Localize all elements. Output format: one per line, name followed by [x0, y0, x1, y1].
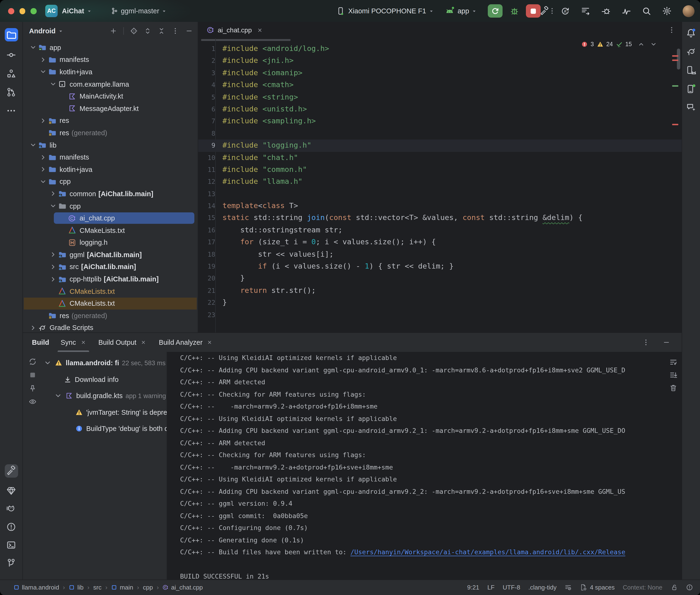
project-tree-item[interactable]: res(generated)	[23, 127, 198, 139]
project-tree-item[interactable]: cpp-httplib[AiChat.lib.main]	[23, 273, 198, 285]
pull-requests-tool-button[interactable]	[6, 87, 16, 97]
project-tree-item[interactable]: CMakeLists.txt	[23, 224, 198, 236]
code-line[interactable]: 16 std::ostringstream str;	[198, 224, 681, 236]
problems-tool-button[interactable]	[6, 522, 16, 532]
caret-position[interactable]: 9:21	[467, 584, 479, 591]
code-line[interactable]: 12#include "llama.h"	[198, 176, 681, 188]
file-encoding[interactable]: UTF-8	[503, 584, 521, 591]
chevron-down-icon[interactable]	[50, 81, 57, 88]
build-tree-item[interactable]: BuildType 'debug' is both de	[42, 421, 167, 437]
close-tab-icon[interactable]	[207, 340, 213, 345]
code-line[interactable]: 17 for (size_t i = 0; i < values.size();…	[198, 236, 681, 249]
build-tool-button[interactable]	[4, 464, 18, 477]
editor-options-button[interactable]	[668, 26, 675, 34]
indent-config[interactable]: 4 spaces	[580, 584, 615, 591]
project-tree-item[interactable]: src[AiChat.lib.main]	[23, 261, 198, 273]
gradle-tool-button[interactable]	[686, 47, 696, 57]
tab-sync[interactable]: Sync	[55, 333, 92, 352]
project-tree-item[interactable]: res	[23, 115, 198, 127]
close-tab-icon[interactable]	[80, 340, 86, 345]
run-configuration-selector[interactable]: app	[457, 7, 469, 15]
structure-tool-button[interactable]	[6, 68, 16, 79]
stop-button[interactable]	[526, 4, 541, 18]
chevron-right-icon[interactable]	[50, 276, 57, 283]
problems-status-icon[interactable]	[686, 584, 693, 591]
search-everywhere-button[interactable]	[642, 6, 651, 16]
code-line[interactable]: 19 if (i < values.size() - 1) { str << d…	[198, 260, 681, 273]
code-line[interactable]: 8	[198, 128, 681, 140]
project-tool-button[interactable]	[4, 28, 18, 41]
project-tree-item[interactable]: CMakeLists.txt	[23, 298, 198, 310]
select-opened-file-button[interactable]	[130, 27, 138, 35]
minimize-window-button[interactable]	[19, 8, 25, 14]
build-output-path-link[interactable]: /Users/hanyin/Workspace/ai-chat/examples…	[351, 548, 625, 556]
project-tree-item[interactable]: kotlin+java	[23, 66, 198, 78]
code-line[interactable]: 4#include <cmath>	[198, 79, 681, 91]
code-line[interactable]: 7#include <sampling.h>	[198, 115, 681, 128]
code-area[interactable]: 3 24 15 1#include <andro	[198, 38, 681, 332]
project-tree-item[interactable]: Cai_chat.cpp	[23, 212, 198, 224]
panel-options-button[interactable]	[171, 27, 179, 35]
project-tree-item[interactable]: MainActivity.kt	[23, 90, 198, 103]
breadcrumb-item[interactable]: src	[93, 584, 102, 591]
chevron-down-icon[interactable]	[39, 68, 47, 76]
version-control-tool-button[interactable]	[6, 558, 16, 568]
chevron-right-icon[interactable]	[50, 263, 57, 271]
lock-icon[interactable]	[670, 584, 678, 591]
project-view-selector[interactable]: Android	[29, 27, 56, 35]
project-tree-item[interactable]: logging.h	[23, 236, 198, 249]
code-line[interactable]: 23	[198, 309, 681, 321]
formatter-status-icon[interactable]	[565, 584, 572, 591]
breadcrumb-item[interactable]: Cai_chat.cpp	[163, 584, 203, 591]
view-options-button[interactable]	[28, 398, 36, 406]
code-line[interactable]: 14template<class T>	[198, 200, 681, 212]
project-tree-item[interactable]: lib	[23, 139, 198, 151]
code-line[interactable]: 10#include "chat.h"	[198, 152, 681, 164]
code-line[interactable]: 18 str << values[i];	[198, 248, 681, 260]
breadcrumb-item[interactable]: cpp	[143, 584, 153, 591]
scroll-to-end-button[interactable]	[669, 371, 677, 379]
chevron-down-icon[interactable]	[50, 202, 57, 209]
project-tree-item[interactable]: Gradle Scripts	[23, 322, 198, 332]
chevron-right-icon[interactable]	[39, 117, 47, 124]
code-line[interactable]: 22}	[198, 297, 681, 309]
chevron-right-icon[interactable]	[30, 324, 37, 332]
close-tab-icon[interactable]	[141, 340, 146, 345]
breadcrumb-item[interactable]: lib	[69, 584, 84, 591]
chevron-down-icon[interactable]	[30, 44, 37, 51]
device-manager-button[interactable]	[686, 65, 696, 75]
project-tree-item[interactable]: ggml[AiChat.lib.main]	[23, 249, 198, 261]
hide-build-panel-button[interactable]	[662, 339, 670, 346]
device-selector[interactable]: Xiaomi POCOPHONE F1	[348, 7, 426, 15]
attach-debugger-button[interactable]	[601, 6, 611, 16]
tab-build-analyzer[interactable]: Build Analyzer	[153, 333, 219, 352]
chevron-down-icon[interactable]	[30, 141, 37, 148]
code-line[interactable]: 6#include <unistd.h>	[198, 103, 681, 115]
maximize-window-button[interactable]	[30, 8, 36, 14]
chevron-right-icon[interactable]	[50, 190, 57, 197]
build-console[interactable]: C/C++: -- Using KleidiAI optimized kerne…	[167, 352, 681, 579]
pin-tab-button[interactable]	[28, 384, 36, 392]
project-tree-item[interactable]: common[AiChat.lib.main]	[23, 188, 198, 200]
code-line[interactable]: 2#include <jni.h>	[198, 55, 681, 67]
project-tree-item[interactable]: app	[23, 41, 198, 54]
editor-tab[interactable]: C ai_chat.cpp	[202, 22, 268, 38]
project-tree-item[interactable]: CMakeLists.txt	[23, 285, 198, 298]
apply-changes-button[interactable]: A	[560, 6, 569, 16]
breadcrumb-item[interactable]: main	[111, 584, 133, 591]
logcat-tool-button[interactable]	[6, 504, 16, 514]
code-line[interactable]: 1#include <android/log.h>	[198, 43, 681, 55]
chevron-down-icon[interactable]	[44, 359, 52, 367]
notifications-button[interactable]	[686, 28, 696, 38]
project-tree-item[interactable]: cpp	[23, 175, 198, 188]
chevron-right-icon[interactable]	[39, 56, 47, 63]
terminal-tool-button[interactable]	[6, 540, 16, 550]
chevron-down-icon[interactable]	[54, 392, 62, 400]
soft-wrap-button[interactable]	[669, 358, 677, 366]
project-tree-item[interactable]: MessageAdapter.kt	[23, 103, 198, 115]
tab-build-output[interactable]: Build Output	[92, 333, 153, 352]
hide-panel-button[interactable]	[185, 27, 193, 35]
code-line[interactable]: 9#include "logging.h"	[198, 140, 681, 152]
profiler-button[interactable]	[621, 6, 631, 16]
project-tree-item[interactable]: manifests	[23, 151, 198, 163]
